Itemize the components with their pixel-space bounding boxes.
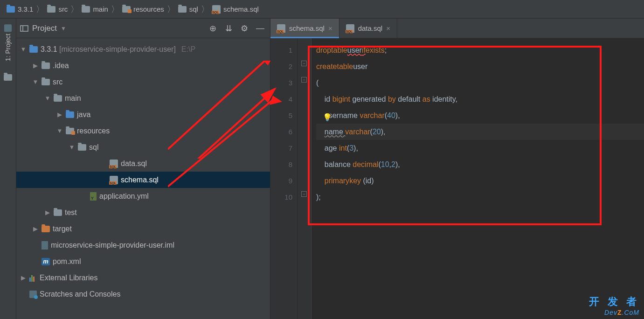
resources-folder-icon	[66, 128, 74, 134]
project-panel: Project ▼ ⊕ ⇊ ⚙ — ▼3.3.1 [microservice-s…	[16, 19, 270, 319]
hide-button[interactable]: —	[254, 22, 266, 35]
expand-toggle-icon[interactable]: ▶	[44, 209, 51, 216]
settings-button[interactable]: ⚙	[238, 22, 250, 35]
tree-row[interactable]: ▼3.3.1 [microservice-simple-provider-use…	[16, 41, 270, 57]
sql-file-icon	[110, 176, 118, 184]
folder-icon	[4, 74, 12, 81]
folder-icon	[47, 6, 55, 13]
expand-toggle-icon[interactable]: ▼	[69, 144, 75, 151]
tree-row[interactable]: Scratches and Consoles	[16, 286, 270, 302]
tree-row[interactable]: microservice-simple-provider-user.iml	[16, 237, 270, 253]
tree-label: data.sql	[121, 160, 147, 168]
gutter-line: 9	[270, 173, 292, 189]
tree-label: pom.xml	[53, 257, 81, 266]
gutter-line: 5	[270, 107, 292, 124]
tree-label: resources	[77, 127, 110, 135]
folder-icon	[54, 95, 62, 102]
chevron-right-icon: 〉	[111, 4, 119, 15]
structure-tool-button[interactable]	[4, 74, 12, 83]
expand-toggle-icon[interactable]: ▶	[32, 62, 39, 69]
gutter-line: 3	[270, 75, 292, 91]
sql-file-icon	[346, 24, 354, 33]
tree-label: Scratches and Consoles	[40, 290, 120, 298]
expand-toggle-icon[interactable]: ▼	[56, 127, 63, 134]
yml-file-icon	[90, 192, 97, 201]
fold-gutter[interactable]: − − −	[298, 38, 312, 319]
tree-label: test	[65, 208, 77, 217]
locate-button[interactable]: ⊕	[207, 22, 219, 35]
tree-label: target	[53, 225, 72, 233]
fold-handle-icon[interactable]: −	[301, 61, 307, 66]
tree-row[interactable]: ▶target	[16, 221, 270, 237]
sql-file-icon	[212, 5, 221, 14]
expand-toggle-icon[interactable]: ▶	[20, 274, 27, 281]
tree-label: java	[77, 111, 90, 119]
tree-label: schema.sql	[121, 176, 159, 184]
breadcrumb-seg[interactable]: schema.sql	[210, 5, 261, 14]
breadcrumb-seg[interactable]: main	[80, 5, 110, 13]
editor-tab[interactable]: schema.sql ×	[270, 19, 339, 38]
tree-row[interactable]: application.yml	[16, 188, 270, 204]
gutter-line: 8	[270, 156, 292, 173]
tree-label: .idea	[53, 62, 69, 70]
breadcrumb-seg[interactable]: src	[45, 5, 69, 13]
gutter-line: 6	[270, 124, 292, 140]
tree-row[interactable]: mpom.xml	[16, 253, 270, 270]
panel-icon	[20, 25, 28, 32]
folder-icon	[29, 46, 38, 53]
resources-folder-icon	[122, 6, 131, 13]
tree-label: 3.3.1 [microservice-simple-provider-user…	[41, 45, 176, 54]
chevron-right-icon: 〉	[70, 4, 79, 15]
folder-icon	[7, 6, 15, 13]
tree-label: sql	[89, 143, 98, 152]
close-tab-icon[interactable]: ×	[386, 24, 390, 32]
gutter-line: 4	[270, 91, 292, 107]
tree-label: src	[53, 78, 62, 86]
left-tool-bar: 1: Project	[0, 19, 16, 319]
folder-icon	[42, 79, 50, 85]
tree-row[interactable]: ▶java	[16, 106, 270, 123]
expand-toggle-icon[interactable]: ▼	[20, 46, 27, 53]
fold-handle-icon[interactable]: −	[301, 77, 307, 83]
tree-row[interactable]: ▼src	[16, 74, 270, 90]
iml-file-icon	[42, 241, 48, 250]
tree-row[interactable]: ▶.idea	[16, 57, 270, 74]
expand-toggle-icon[interactable]: ▶	[32, 225, 39, 232]
tree-row[interactable]: ▼main	[16, 90, 270, 106]
folder-icon	[66, 111, 74, 118]
breadcrumb-seg[interactable]: sql	[176, 5, 200, 13]
tree-row[interactable]: schema.sql	[16, 172, 270, 188]
folder-icon	[42, 62, 50, 69]
expand-toggle-icon[interactable]: ▼	[44, 95, 51, 102]
tree-row[interactable]: ▼sql	[16, 139, 270, 155]
chevron-right-icon: 〉	[201, 4, 209, 15]
sql-file-icon	[110, 160, 118, 168]
fold-handle-icon[interactable]: −	[301, 191, 307, 197]
tree-row[interactable]: ▶External Libraries	[16, 270, 270, 286]
breadcrumb-bar: 3.3.1〉 src〉 main〉 resources〉 sql〉 schema…	[0, 0, 644, 19]
code-area[interactable]: 12345678910 − − − drop table user if exi…	[270, 38, 644, 319]
breadcrumb-seg[interactable]: resources	[120, 5, 166, 13]
tree-row[interactable]: ▼resources	[16, 123, 270, 139]
project-panel-title[interactable]: Project ▼	[20, 24, 203, 33]
expand-toggle-icon[interactable]: ▼	[32, 78, 39, 85]
intention-bulb-icon[interactable]: 💡	[323, 109, 330, 117]
tree-label: microservice-simple-provider-user.iml	[51, 241, 174, 250]
editor-tab[interactable]: data.sql ×	[339, 19, 397, 38]
collapse-all-button[interactable]: ⇊	[222, 22, 235, 35]
chevron-right-icon: 〉	[36, 4, 44, 15]
tree-row[interactable]: data.sql	[16, 155, 270, 172]
breadcrumb-seg[interactable]: 3.3.1	[5, 5, 35, 13]
project-tool-tab[interactable]: 1: Project	[2, 21, 14, 65]
gutter-line: 7	[270, 140, 292, 156]
gutter-line: 2	[270, 58, 292, 75]
code-content[interactable]: drop table user if exists; create table …	[312, 38, 644, 319]
folder-icon	[42, 226, 50, 232]
chevron-right-icon: 〉	[167, 4, 175, 15]
close-tab-icon[interactable]: ×	[328, 24, 332, 32]
expand-toggle-icon[interactable]: ▶	[56, 111, 63, 118]
tree-row[interactable]: ▶test	[16, 204, 270, 221]
chevron-down-icon: ▼	[61, 25, 66, 32]
project-tree[interactable]: ▼3.3.1 [microservice-simple-provider-use…	[16, 38, 270, 319]
folder-icon	[78, 144, 86, 151]
